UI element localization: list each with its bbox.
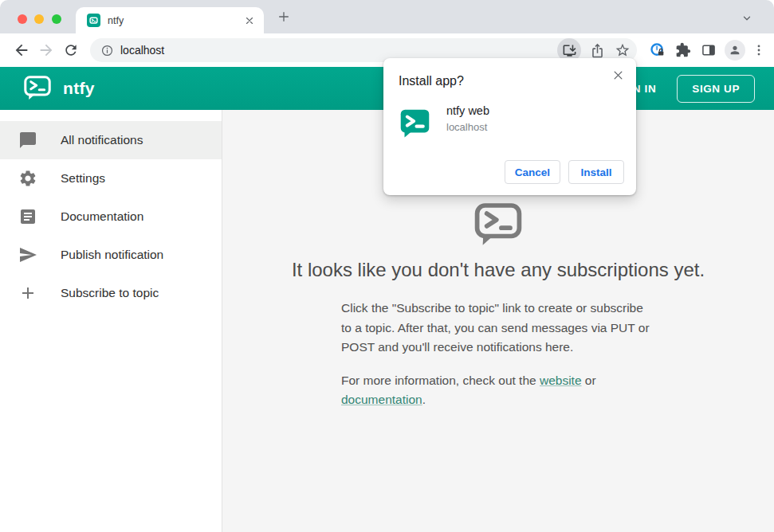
- sidebar-item-documentation[interactable]: Documentation: [0, 198, 222, 236]
- empty-state-heading: It looks like you don't have any subscri…: [283, 256, 713, 283]
- extensions-puzzle-icon[interactable]: [674, 41, 693, 60]
- forward-icon[interactable]: [37, 41, 56, 60]
- settings-gear-icon: [18, 169, 37, 188]
- paragraph-text: or: [582, 374, 596, 387]
- sign-up-button[interactable]: SIGN UP: [677, 75, 755, 103]
- dialog-app-origin: localhost: [446, 121, 487, 133]
- window-close-button[interactable]: [18, 14, 27, 24]
- url-text[interactable]: localhost: [120, 44, 557, 57]
- tab-search-chevron-icon[interactable]: [741, 12, 753, 25]
- window-maximize-button[interactable]: [52, 14, 61, 24]
- site-info-icon[interactable]: [100, 43, 114, 57]
- ntfy-favicon: [87, 14, 100, 27]
- sidebar-item-label: All notifications: [61, 133, 143, 147]
- ntfy-outline-icon: [472, 199, 525, 247]
- new-tab-icon[interactable]: [277, 10, 291, 24]
- browser-menu-dots-icon[interactable]: [752, 41, 766, 60]
- install-app-dialog: Install app? ntfy web localhost Cancel I…: [383, 58, 636, 195]
- plus-icon: [18, 284, 37, 303]
- sidebar: All notifications Settings Documentation…: [0, 110, 222, 532]
- share-icon[interactable]: [587, 41, 607, 60]
- tab-strip: ntfy: [0, 0, 774, 33]
- ntfy-logo: [22, 74, 53, 104]
- side-panel-icon[interactable]: [699, 41, 718, 60]
- website-link[interactable]: website: [540, 374, 582, 387]
- sidebar-item-publish-notification[interactable]: Publish notification: [0, 236, 222, 274]
- empty-state-paragraph: For more information, check out the webs…: [341, 371, 655, 410]
- empty-state-paragraph: Click the "Subscribe to topic" link to c…: [341, 299, 655, 358]
- dialog-close-icon[interactable]: [610, 67, 626, 83]
- reload-icon[interactable]: [61, 41, 81, 60]
- window-minimize-button[interactable]: [34, 14, 44, 24]
- back-icon[interactable]: [12, 41, 31, 60]
- documentation-icon: [18, 207, 37, 226]
- cancel-button[interactable]: Cancel: [505, 160, 560, 184]
- chat-icon: [18, 131, 37, 150]
- ntfy-app-icon: [399, 108, 431, 140]
- tab-title: ntfy: [108, 15, 243, 26]
- bookmark-star-icon[interactable]: [613, 41, 632, 60]
- brand-title: ntfy: [63, 79, 95, 98]
- sidebar-item-settings[interactable]: Settings: [0, 159, 222, 198]
- paragraph-text: For more information, check out the: [341, 374, 540, 387]
- dialog-title: Install app?: [399, 74, 464, 88]
- empty-state-text: Click the "Subscribe to topic" link to c…: [341, 299, 655, 410]
- dialog-app-name: ntfy web: [446, 104, 489, 117]
- sidebar-item-label: Settings: [61, 171, 105, 186]
- browser-window: ntfy: [0, 0, 774, 532]
- browser-tab-ntfy[interactable]: ntfy: [76, 7, 264, 33]
- sidebar-item-label: Documentation: [61, 209, 143, 224]
- sidebar-item-label: Subscribe to topic: [61, 286, 159, 300]
- sidebar-item-subscribe-to-topic[interactable]: Subscribe to topic: [0, 274, 222, 312]
- install-button[interactable]: Install: [568, 160, 624, 184]
- sidebar-item-label: Publish notification: [61, 248, 163, 262]
- sidebar-item-all-notifications[interactable]: All notifications: [0, 121, 222, 159]
- documentation-link[interactable]: documentation: [341, 393, 422, 406]
- paragraph-text: .: [422, 393, 426, 406]
- tab-close-icon[interactable]: [243, 14, 256, 27]
- password-extension-icon[interactable]: [648, 41, 667, 60]
- profile-avatar-icon[interactable]: [725, 40, 745, 61]
- send-icon: [18, 245, 37, 264]
